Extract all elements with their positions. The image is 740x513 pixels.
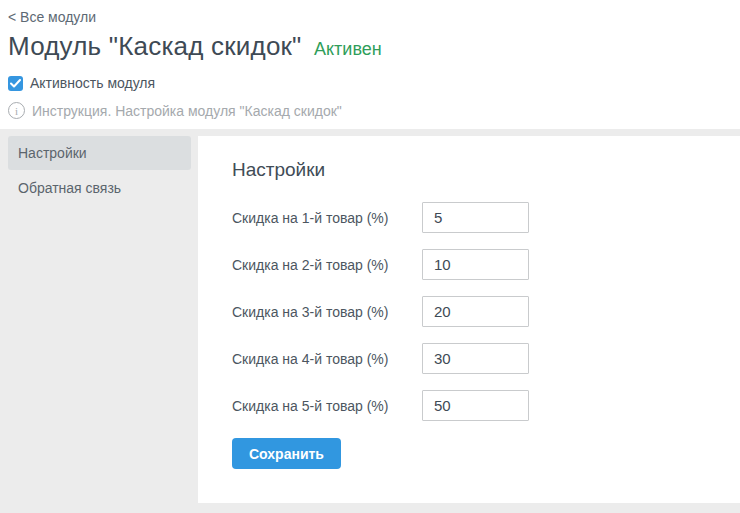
discount-input[interactable] (422, 296, 529, 327)
discount-field-row: Скидка на 4-й товар (%) (232, 343, 720, 374)
checkmark-icon (10, 79, 21, 88)
module-active-label: Активность модуля (30, 75, 155, 91)
discount-field-label: Скидка на 3-й товар (%) (232, 304, 422, 320)
sidebar-item-1[interactable]: Обратная связь (8, 171, 191, 205)
panel-heading: Настройки (232, 158, 720, 181)
discount-field-row: Скидка на 1-й товар (%) (232, 202, 720, 233)
discount-field-label: Скидка на 2-й товар (%) (232, 257, 422, 273)
discount-input[interactable] (422, 390, 529, 421)
instruction-link[interactable]: Инструкция. Настройка модуля "Каскад ски… (32, 103, 342, 119)
discount-input[interactable] (422, 343, 529, 374)
discount-field-row: Скидка на 3-й товар (%) (232, 296, 720, 327)
title-row: Модуль "Каскад скидок" Активен (8, 31, 730, 62)
sidebar-nav: Настройки Обратная связь (0, 129, 198, 513)
discount-form: Скидка на 1-й товар (%) Скидка на 2-й то… (232, 202, 720, 421)
discount-field-row: Скидка на 5-й товар (%) (232, 390, 720, 421)
save-button[interactable]: Сохранить (232, 438, 341, 469)
discount-field-label: Скидка на 5-й товар (%) (232, 398, 422, 414)
sidebar-item-label: Обратная связь (18, 180, 121, 196)
module-active-checkbox[interactable] (8, 76, 23, 91)
discount-input[interactable] (422, 202, 529, 233)
back-to-modules-link[interactable]: < Все модули (8, 9, 96, 25)
discount-input[interactable] (422, 249, 529, 280)
settings-panel: Настройки Скидка на 1-й товар (%) Скидка… (198, 136, 740, 503)
info-circle-icon: i (8, 102, 25, 119)
instruction-row: i Инструкция. Настройка модуля "Каскад с… (8, 102, 730, 119)
status-badge: Активен (314, 39, 382, 59)
module-activity-row: Активность модуля (8, 75, 730, 91)
sidebar-item-label: Настройки (18, 145, 87, 161)
page-title: Модуль "Каскад скидок" (8, 31, 302, 61)
content-area: Настройки Обратная связь Настройки Скидк… (0, 129, 740, 513)
discount-field-label: Скидка на 1-й товар (%) (232, 210, 422, 226)
discount-field-row: Скидка на 2-й товар (%) (232, 249, 720, 280)
discount-field-label: Скидка на 4-й товар (%) (232, 351, 422, 367)
sidebar-item-0[interactable]: Настройки (8, 136, 191, 170)
page-header: < Все модули Модуль "Каскад скидок" Акти… (0, 0, 740, 129)
